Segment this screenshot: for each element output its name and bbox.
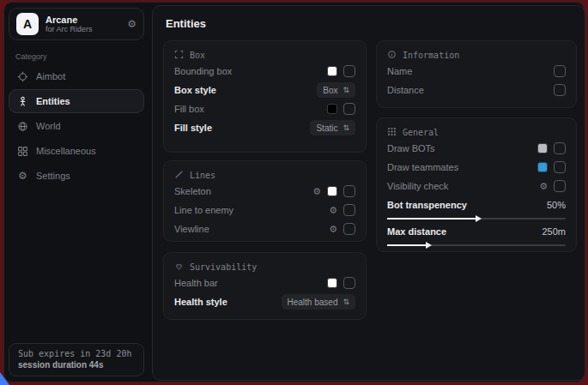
color-swatch[interactable]	[327, 278, 337, 288]
panel-title: Survivability	[190, 262, 257, 272]
sub-expiry-text: Sub expires in 23d 20h	[18, 349, 135, 358]
checkbox[interactable]	[343, 103, 355, 115]
panel-box: Box Bounding box Box style Box ⇅ Fill bo…	[163, 40, 367, 153]
updown-arrows-icon: ⇅	[342, 123, 349, 132]
checkbox[interactable]	[343, 65, 355, 77]
sidebar-item-label: Aimbot	[36, 71, 65, 81]
setting-row-distance: Distance	[387, 81, 566, 99]
sidebar-item-entities[interactable]: Entities	[9, 89, 144, 113]
setting-row-max-distance: Max distance 250m	[387, 224, 566, 249]
panel-information: Information Name Distance	[376, 40, 577, 108]
sidebar-item-label: Miscellaneous	[36, 146, 96, 156]
app-name: Arcane	[45, 15, 120, 26]
app-logo: A	[16, 13, 39, 35]
main-content: Entities Box Bounding box Box style	[152, 5, 585, 381]
panel-title: Lines	[190, 171, 215, 180]
category-label: Category	[15, 52, 144, 61]
checkbox[interactable]	[343, 185, 355, 197]
panel-lines: Lines Skeleton ⚙ Line to enemy ⚙ Viewlin…	[163, 160, 367, 242]
setting-row-box-style: Box style Box ⇅	[174, 81, 355, 99]
checkbox[interactable]	[554, 180, 566, 192]
checkbox[interactable]	[343, 223, 355, 235]
slider-value: 50%	[547, 200, 566, 210]
sidebar-item-label: World	[36, 121, 61, 131]
sidebar-item-label: Entities	[36, 96, 70, 106]
checkbox[interactable]	[343, 277, 355, 289]
sidebar-item-label: Settings	[36, 171, 70, 181]
max-distance-slider[interactable]	[387, 242, 566, 249]
info-icon	[387, 50, 397, 61]
panel-survivability: Survivability Health bar Health style He…	[163, 252, 367, 320]
fill-style-dropdown[interactable]: Static ⇅	[310, 120, 355, 135]
setting-row-draw-teammates: Draw teammates	[387, 158, 566, 177]
session-duration-text: session duration 44s	[18, 360, 135, 370]
checkbox[interactable]	[554, 142, 566, 154]
dots-grid-icon	[387, 127, 397, 138]
gear-icon[interactable]: ⚙	[312, 187, 321, 196]
page-title: Entities	[166, 17, 206, 30]
heart-icon	[174, 262, 184, 273]
setting-row-skeleton: Skeleton ⚙	[174, 182, 355, 201]
health-style-dropdown[interactable]: Health based ⇅	[282, 294, 355, 310]
color-swatch[interactable]	[327, 104, 337, 114]
updown-arrows-icon: ⇅	[342, 86, 349, 94]
slider-value: 250m	[542, 226, 566, 237]
panel-title: Information	[403, 51, 459, 60]
skeleton-icon	[17, 96, 28, 107]
checkbox[interactable]	[554, 84, 566, 96]
gear-icon: ⚙	[17, 171, 28, 182]
line-icon	[174, 170, 184, 181]
subscription-info-card: Sub expires in 23d 20h session duration …	[9, 343, 144, 376]
grid-icon	[17, 146, 28, 157]
app-window: A Arcane for Arc Riders ⚙ Category Aimbo…	[3, 2, 585, 382]
gear-icon[interactable]: ⚙	[329, 225, 337, 234]
setting-row-fill-style: Fill style Static ⇅	[174, 118, 355, 137]
updown-arrows-icon: ⇅	[342, 298, 349, 306]
gear-icon[interactable]: ⚙	[539, 182, 548, 191]
checkbox[interactable]	[554, 161, 566, 173]
setting-row-bot-transparency: Bot transpenency 50%	[387, 197, 566, 222]
color-swatch[interactable]	[537, 143, 548, 153]
sidebar-item-miscellaneous[interactable]: Miscellaneous	[9, 139, 144, 163]
globe-icon	[17, 121, 28, 132]
color-swatch[interactable]	[327, 186, 337, 196]
panel-title: Box	[190, 51, 205, 60]
corner-brackets-icon	[174, 50, 184, 61]
setting-row-fill-box: Fill box	[174, 99, 355, 118]
setting-row-line-to-enemy: Line to enemy ⚙	[174, 201, 355, 220]
setting-row-draw-bots: Draw BOTs	[387, 139, 566, 158]
sidebar-item-settings[interactable]: ⚙ Settings	[9, 164, 144, 188]
sidebar: A Arcane for Arc Riders ⚙ Category Aimbo…	[4, 3, 149, 382]
config-gear-icon[interactable]: ⚙	[127, 18, 136, 30]
bot-transparency-slider[interactable]	[387, 215, 566, 222]
box-style-dropdown[interactable]: Box ⇅	[317, 82, 355, 98]
color-swatch[interactable]	[537, 162, 548, 172]
crosshair-icon	[17, 71, 28, 82]
setting-row-name: Name	[387, 62, 566, 81]
app-tagline: for Arc Riders	[45, 25, 120, 33]
sidebar-item-aimbot[interactable]: Aimbot	[9, 64, 144, 88]
gear-icon[interactable]: ⚙	[329, 206, 337, 215]
setting-row-health-style: Health style Health based ⇅	[174, 292, 355, 311]
panel-title: General	[403, 128, 439, 137]
sidebar-nav: Aimbot Entities World	[9, 64, 144, 188]
logo-card: A Arcane for Arc Riders ⚙	[9, 8, 144, 40]
setting-row-health-bar: Health bar	[174, 274, 355, 292]
color-swatch[interactable]	[327, 66, 337, 76]
checkbox[interactable]	[343, 204, 355, 216]
setting-row-viewline: Viewline ⚙	[174, 220, 355, 238]
setting-row-bounding-box: Bounding box	[174, 62, 355, 81]
sidebar-item-world[interactable]: World	[9, 114, 144, 138]
panel-general: General Draw BOTs Draw teammates Visibil…	[376, 117, 577, 252]
setting-row-visibility-check: Visibility check ⚙	[387, 177, 566, 196]
checkbox[interactable]	[554, 65, 566, 77]
